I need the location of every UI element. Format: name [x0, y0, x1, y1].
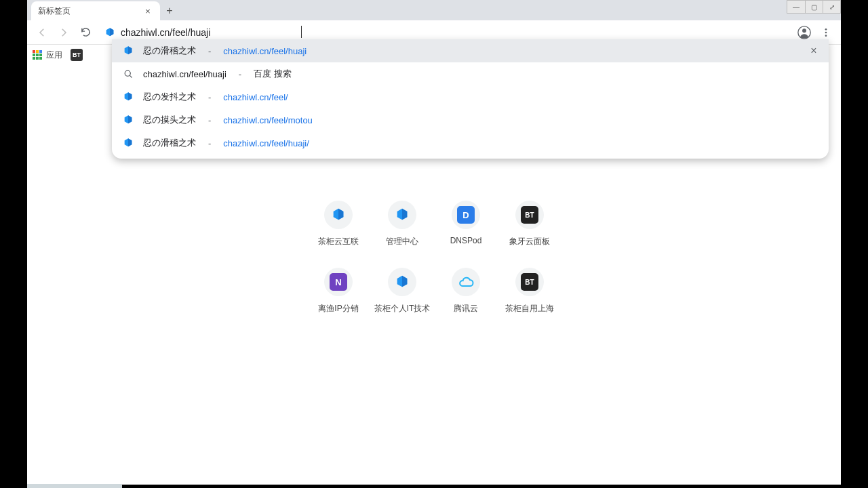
- suggestion-url: chazhiwl.cn/feel/motou: [223, 115, 313, 125]
- suggestion-title: chazhiwl.cn/feel/huaji: [143, 69, 226, 79]
- back-button[interactable]: [33, 23, 52, 42]
- apps-shortcut[interactable]: 应用: [33, 49, 62, 61]
- suggestion-url: chazhiwl.cn/feel/: [223, 92, 288, 102]
- tab-close-icon[interactable]: ×: [142, 5, 153, 16]
- reload-button[interactable]: [76, 23, 95, 42]
- shortcut-tile[interactable]: BT象牙云面板: [498, 201, 561, 247]
- shortcut-icon-wrap: [452, 268, 480, 296]
- shortcut-tile[interactable]: 腾讯云: [434, 268, 498, 314]
- suggestion-title: 忍の摸头之术: [143, 114, 196, 126]
- shortcut-label: 茶柜自用上海: [505, 303, 554, 314]
- suggestion-extra: 百度 搜索: [254, 68, 292, 80]
- letter-icon: N: [330, 273, 347, 291]
- shortcut-label: 茶柜云互联: [318, 236, 359, 247]
- shortcuts-grid: 茶柜云互联管理中心DDNSPodBT象牙云面板N离渔IP分销茶柜个人IT技术腾讯…: [307, 201, 561, 314]
- cloud-icon: [458, 274, 474, 290]
- cube-icon: [331, 207, 346, 222]
- tab-strip: 新标签页 × +: [27, 0, 841, 20]
- letter-icon: BT: [521, 206, 538, 224]
- dash: -: [208, 92, 211, 102]
- tab-newtab[interactable]: 新标签页 ×: [31, 1, 160, 20]
- shortcut-tile[interactable]: 茶柜个人IT技术: [370, 268, 434, 314]
- suggestion-title: 忍の发抖之术: [143, 91, 196, 103]
- site-favicon-icon: [104, 27, 115, 38]
- shortcut-tile[interactable]: DDNSPod: [434, 201, 498, 247]
- suggestion-title: 忍の滑稽之术: [143, 137, 196, 149]
- letter-icon: D: [457, 206, 475, 224]
- svg-point-5: [125, 70, 130, 76]
- svg-point-2: [825, 28, 827, 30]
- new-tab-button[interactable]: +: [160, 1, 179, 20]
- shortcut-label: 象牙云面板: [509, 236, 550, 247]
- omnibox-suggestions: 忍の滑稽之术 - chazhiwl.cn/feel/huaji×chazhiwl…: [112, 39, 829, 159]
- address-input[interactable]: [121, 27, 781, 38]
- shortcut-icon-wrap: D: [452, 201, 480, 229]
- suggestion-row[interactable]: 忍の发抖之术 - chazhiwl.cn/feel/: [112, 85, 829, 108]
- suggestion-row[interactable]: 忍の摸头之术 - chazhiwl.cn/feel/motou: [112, 108, 829, 131]
- maximize-button[interactable]: ▢: [805, 1, 823, 13]
- shortcut-tile[interactable]: BT茶柜自用上海: [498, 268, 561, 314]
- user-circle-icon: [797, 25, 812, 40]
- cube-icon: [395, 207, 410, 222]
- kebab-icon: [821, 27, 831, 38]
- svg-point-4: [825, 35, 827, 37]
- suggestion-url: chazhiwl.cn/feel/huaji: [223, 46, 307, 56]
- cube-icon: [395, 274, 410, 289]
- suggestion-row[interactable]: chazhiwl.cn/feel/huaji - 百度 搜索: [112, 62, 829, 85]
- arrow-left-icon: [36, 26, 48, 39]
- bookmark-item-bt[interactable]: BT: [71, 49, 83, 61]
- shortcut-icon-wrap: N: [324, 268, 353, 296]
- shortcut-icon-wrap: [388, 268, 416, 296]
- suggestion-row[interactable]: 忍の滑稽之术 - chazhiwl.cn/feel/huaji×: [112, 39, 829, 62]
- letter-icon: BT: [521, 273, 538, 291]
- remove-suggestion-icon[interactable]: ×: [807, 44, 821, 58]
- shortcut-label: 管理中心: [386, 236, 418, 247]
- shortcut-tile[interactable]: N离渔IP分销: [307, 268, 370, 314]
- apps-grid-icon: [33, 50, 42, 60]
- forward-button[interactable]: [54, 23, 73, 42]
- shortcut-label: 离渔IP分销: [318, 303, 358, 314]
- shortcut-icon-wrap: [324, 201, 353, 229]
- shortcut-icon-wrap: BT: [515, 201, 544, 229]
- close-window-button[interactable]: ⤢: [823, 1, 840, 13]
- apps-label: 应用: [46, 49, 62, 61]
- suggestion-row[interactable]: 忍の滑稽之术 - chazhiwl.cn/feel/huaji/: [112, 131, 829, 155]
- taskbar-fragment: [27, 484, 122, 488]
- site-icon: [123, 92, 134, 102]
- shortcut-label: 腾讯云: [454, 303, 478, 314]
- tab-title: 新标签页: [38, 5, 71, 17]
- shortcut-label: 茶柜个人IT技术: [374, 303, 431, 314]
- shortcut-tile[interactable]: 茶柜云互联: [307, 201, 370, 247]
- shortcut-tile[interactable]: 管理中心: [370, 201, 434, 247]
- minimize-button[interactable]: —: [787, 1, 805, 13]
- shortcut-icon-wrap: [388, 201, 416, 229]
- shortcut-icon-wrap: BT: [515, 268, 544, 296]
- browser-window: — ▢ ⤢ 新标签页 × +: [27, 0, 841, 485]
- svg-point-3: [825, 31, 827, 33]
- arrow-right-icon: [58, 26, 70, 39]
- site-icon: [123, 45, 134, 56]
- dash: -: [208, 115, 211, 125]
- dash: -: [239, 69, 241, 79]
- search-icon: [123, 68, 134, 79]
- shortcut-label: DNSPod: [450, 236, 482, 245]
- svg-point-1: [802, 28, 806, 33]
- dash: -: [208, 46, 211, 56]
- window-controls: — ▢ ⤢: [787, 0, 841, 14]
- reload-icon: [80, 26, 92, 38]
- site-icon: [123, 138, 134, 148]
- suggestion-url: chazhiwl.cn/feel/huaji/: [223, 138, 309, 148]
- text-cursor: [301, 26, 302, 38]
- suggestion-title: 忍の滑稽之术: [143, 45, 196, 57]
- site-icon: [123, 115, 134, 125]
- dash: -: [208, 138, 211, 148]
